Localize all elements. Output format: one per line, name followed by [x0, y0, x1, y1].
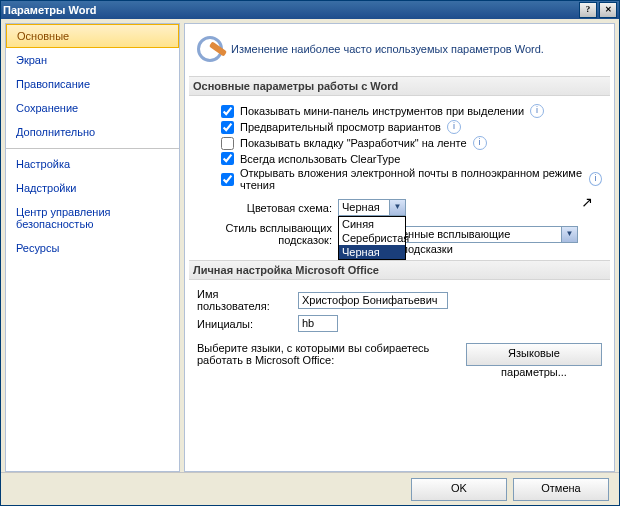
section2-title: Личная настройка Microsoft Office — [189, 260, 610, 280]
sidebar-item-proofing[interactable]: Правописание — [6, 72, 179, 96]
info-icon[interactable] — [530, 104, 544, 118]
color-scheme-value: Черная — [342, 201, 380, 213]
sidebar-item-customize[interactable]: Настройка — [6, 148, 179, 176]
opt-developer-tab: Показывать вкладку "Разработчик" на лент… — [221, 136, 602, 150]
dialog-window: Параметры Word Основные Экран Правописан… — [0, 0, 620, 506]
tooltip-style-value: енные всплывающие подсказки — [402, 228, 510, 255]
chevron-down-icon[interactable] — [561, 227, 577, 242]
sidebar-item-trust[interactable]: Центр управления безопасностью — [6, 200, 179, 236]
lbl-fullscreen-mail: Открывать вложения электронной почты в п… — [240, 167, 583, 191]
opt-mini-toolbar: Показывать мини-панель инструментов при … — [221, 104, 602, 118]
lbl-initials: Инициалы: — [197, 318, 292, 330]
sidebar-item-display[interactable]: Экран — [6, 48, 179, 72]
color-option-silver[interactable]: Серебристая — [339, 231, 405, 245]
sidebar-item-addins[interactable]: Надстройки — [6, 176, 179, 200]
settings-icon — [197, 36, 223, 62]
color-option-blue[interactable]: Синяя — [339, 217, 405, 231]
page-title: Изменение наиболее часто используемых па… — [231, 43, 544, 55]
select-tooltip-style[interactable]: енные всплывающие подсказки — [398, 226, 578, 243]
titlebar: Параметры Word — [1, 1, 619, 19]
page-header: Изменение наиболее часто используемых па… — [197, 36, 602, 62]
color-scheme-dropdown: Синяя Серебристая Черная — [338, 216, 406, 260]
chk-fullscreen-mail[interactable] — [221, 173, 234, 186]
lbl-cleartype: Всегда использовать ClearType — [240, 153, 400, 165]
content-pane: Изменение наиболее часто используемых па… — [184, 23, 615, 472]
dialog-body: Основные Экран Правописание Сохранение Д… — [1, 19, 619, 472]
chk-cleartype[interactable] — [221, 152, 234, 165]
sidebar: Основные Экран Правописание Сохранение Д… — [5, 23, 180, 472]
sidebar-item-advanced[interactable]: Дополнительно — [6, 120, 179, 144]
lang-settings-button[interactable]: Языковые параметры... — [466, 343, 602, 366]
opt-live-preview: Предварительный просмотр вариантов — [221, 120, 602, 134]
section1-title: Основные параметры работы с Word — [189, 76, 610, 96]
chk-developer-tab[interactable] — [221, 137, 234, 150]
lbl-live-preview: Предварительный просмотр вариантов — [240, 121, 441, 133]
window-title: Параметры Word — [3, 4, 577, 16]
input-initials[interactable]: hb — [298, 315, 338, 332]
lang-hint: Выберите языки, с которыми вы собираетес… — [197, 342, 454, 366]
lbl-username: Имя пользователя: — [197, 288, 292, 312]
ok-button[interactable]: OK — [411, 478, 507, 501]
chk-mini-toolbar[interactable] — [221, 105, 234, 118]
help-button[interactable] — [579, 2, 597, 18]
input-username[interactable]: Христофор Бонифатьевич — [298, 292, 448, 309]
close-button[interactable] — [599, 2, 617, 18]
sidebar-item-resources[interactable]: Ресурсы — [6, 236, 179, 260]
cancel-button[interactable]: Отмена — [513, 478, 609, 501]
chevron-down-icon[interactable] — [389, 200, 405, 215]
opt-fullscreen-mail: Открывать вложения электронной почты в п… — [221, 167, 602, 191]
lbl-color-scheme: Цветовая схема: — [197, 202, 332, 214]
color-option-black[interactable]: Черная — [339, 245, 405, 259]
info-icon[interactable] — [473, 136, 487, 150]
lbl-mini-toolbar: Показывать мини-панель инструментов при … — [240, 105, 524, 117]
info-icon[interactable] — [447, 120, 461, 134]
sidebar-item-basic[interactable]: Основные — [6, 24, 179, 48]
select-color-scheme[interactable]: Черная Синяя Серебристая Черная — [338, 199, 406, 216]
dialog-footer: OK Отмена — [1, 472, 619, 505]
opt-cleartype: Всегда использовать ClearType — [221, 152, 602, 165]
chk-live-preview[interactable] — [221, 121, 234, 134]
info-icon[interactable] — [589, 172, 602, 186]
lbl-tooltip-style: Стиль всплывающих подсказок: — [197, 222, 332, 246]
lbl-developer-tab: Показывать вкладку "Разработчик" на лент… — [240, 137, 467, 149]
sidebar-item-save[interactable]: Сохранение — [6, 96, 179, 120]
